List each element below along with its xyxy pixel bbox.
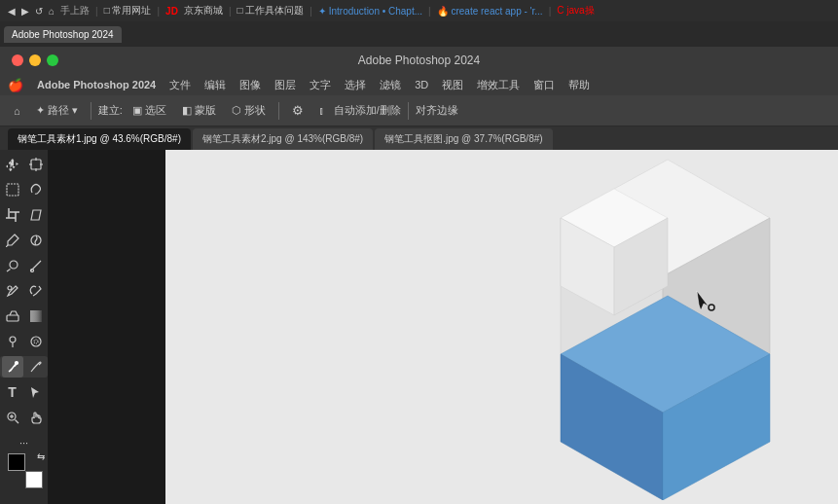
traffic-lights <box>12 54 58 66</box>
browser-home-btn[interactable]: ⌂ <box>49 6 55 17</box>
gradient-tool[interactable] <box>25 306 47 327</box>
clone-stamp-tool[interactable] <box>2 280 23 302</box>
doc-tab-1[interactable]: 钢笔工具素材2.jpg @ 143%(RGB/8#) <box>193 128 373 150</box>
freeform-pen-tool[interactable] <box>25 356 47 378</box>
svg-point-15 <box>8 286 12 290</box>
auto-add-remove-label: 自动添加/删除 <box>334 103 401 118</box>
browser-back-btn[interactable]: ◀ <box>8 6 16 17</box>
build-shape-btn[interactable]: ⬡ 形状 <box>226 101 272 120</box>
tool-row-zoom <box>0 407 48 428</box>
menu-filter[interactable]: 滤镜 <box>374 76 407 94</box>
browser-bookmark-6[interactable]: C java操 <box>557 4 594 18</box>
ps-workspace: T <box>0 150 838 504</box>
menu-image[interactable]: 图像 <box>234 76 267 94</box>
align-btn[interactable]: ⫿ <box>313 103 330 118</box>
spot-heal-tool[interactable] <box>2 255 23 276</box>
build-mask-btn[interactable]: ◧ 蒙版 <box>176 101 222 120</box>
svg-point-12 <box>10 261 18 269</box>
toolbar-sep-3 <box>408 102 409 120</box>
home-icon: ⌂ <box>14 105 20 117</box>
menu-plugins[interactable]: 增效工具 <box>471 76 526 94</box>
zoom-tool[interactable] <box>2 407 23 428</box>
traffic-light-minimize[interactable] <box>29 54 41 66</box>
3d-material-eyedropper[interactable] <box>25 230 47 251</box>
type-tool[interactable]: T <box>2 381 23 403</box>
browser-bookmark-5[interactable]: 🔥 create react app - 'r... <box>437 6 543 17</box>
ps-document-tabs: 钢笔工具素材1.jpg @ 43.6%(RGB/8#) 钢笔工具素材2.jpg … <box>0 126 838 150</box>
ps-canvas-area <box>49 150 838 504</box>
browser-tabs: Adobe Photoshop 2024 <box>0 21 838 47</box>
artboard-tool[interactable] <box>25 154 47 175</box>
menu-file[interactable]: 文件 <box>164 76 197 94</box>
background-color-swatch[interactable] <box>25 471 43 488</box>
traffic-light-close[interactable] <box>12 54 23 66</box>
shape-icon: ⬡ <box>232 104 241 117</box>
blur-tool[interactable] <box>25 331 47 352</box>
tool-row-heal <box>0 255 48 276</box>
canvas-image[interactable] <box>165 150 838 504</box>
eraser-tool[interactable] <box>2 306 23 327</box>
svg-point-20 <box>31 337 41 346</box>
home-button[interactable]: ⌂ <box>8 103 26 119</box>
path-select-tool[interactable] <box>25 381 47 403</box>
browser-active-tab[interactable]: Adobe Photoshop 2024 <box>4 26 122 43</box>
browser-divider: | <box>157 6 160 17</box>
hand-tool[interactable] <box>25 407 47 428</box>
tool-row-eraser <box>0 306 48 327</box>
tool-row-more: ··· <box>0 432 48 453</box>
menu-app-name[interactable]: Adobe Photoshop 2024 <box>31 77 162 92</box>
path-mode-chevron: ▾ <box>72 104 78 117</box>
dodge-tool[interactable] <box>2 331 23 352</box>
browser-bookmark-4[interactable]: ✦ Introduction • Chapt... <box>318 6 422 17</box>
lasso-tool[interactable] <box>25 179 47 200</box>
rect-select-tool[interactable] <box>2 179 23 200</box>
select-label: 选区 <box>145 103 166 118</box>
brush-tool[interactable] <box>25 255 47 276</box>
more-tools-btn[interactable]: ··· <box>14 432 35 453</box>
foreground-color-swatch[interactable] <box>8 453 25 471</box>
swap-colors-btn[interactable]: ⇆ <box>37 451 45 462</box>
browser-bookmark-3[interactable]: □ 工作具体问题 <box>237 4 305 18</box>
browser-forward-btn[interactable]: ▶ <box>21 6 29 17</box>
browser-bookmark-jd[interactable]: JD <box>165 6 178 17</box>
doc-tab-2[interactable]: 钢笔工具抠图.jpg @ 37.7%(RGB/8#) <box>375 128 552 150</box>
path-mode-icon: ✦ <box>36 104 45 117</box>
menu-text[interactable]: 文字 <box>304 76 337 94</box>
doc-tab-0[interactable]: 钢笔工具素材1.jpg @ 43.6%(RGB/8#) <box>8 128 191 150</box>
svg-line-13 <box>7 270 11 272</box>
build-select-btn[interactable]: ▣ 选区 <box>127 101 172 120</box>
apple-menu-icon[interactable]: 🍎 <box>8 78 23 92</box>
menu-3d[interactable]: 3D <box>409 77 434 92</box>
browser-url-item: 手上路 <box>60 4 90 18</box>
menu-window[interactable]: 窗口 <box>528 76 561 94</box>
crop-tool[interactable] <box>2 204 23 226</box>
traffic-light-maximize[interactable] <box>47 54 58 66</box>
color-swatches: ⇆ <box>8 453 43 488</box>
perspective-crop-tool[interactable] <box>25 204 47 226</box>
svg-rect-0 <box>31 160 41 169</box>
type-icon: T <box>8 384 17 400</box>
canvas-dark-left <box>49 150 165 504</box>
ps-menubar: 🍎 Adobe Photoshop 2024 文件 编辑 图像 图层 文字 选择… <box>0 74 838 95</box>
eyedropper-tool[interactable] <box>2 230 23 251</box>
browser-bookmark-jd-label: 京东商城 <box>184 4 223 18</box>
path-mode-btn[interactable]: ✦ 路径 ▾ <box>30 101 84 120</box>
browser-divider: | <box>310 6 312 17</box>
svg-point-18 <box>10 337 16 342</box>
browser-divider: | <box>95 6 98 17</box>
menu-edit[interactable]: 编辑 <box>199 76 232 94</box>
menu-help[interactable]: 帮助 <box>563 76 596 94</box>
browser-bookmark-1[interactable]: □ 常用网址 <box>104 4 152 18</box>
menu-layer[interactable]: 图层 <box>269 76 302 94</box>
move-tool[interactable] <box>2 154 23 175</box>
history-brush-tool[interactable] <box>25 280 47 302</box>
settings-icon-btn[interactable]: ⚙ <box>286 101 310 120</box>
menu-select[interactable]: 选择 <box>339 76 372 94</box>
mask-icon: ◧ <box>182 104 192 117</box>
tool-row-clone <box>0 280 48 302</box>
menu-view[interactable]: 视图 <box>436 76 469 94</box>
ps-toolbox: T <box>0 150 49 504</box>
pen-tool[interactable] <box>2 356 23 378</box>
svg-rect-16 <box>7 315 18 321</box>
browser-refresh-btn[interactable]: ↺ <box>35 6 43 17</box>
